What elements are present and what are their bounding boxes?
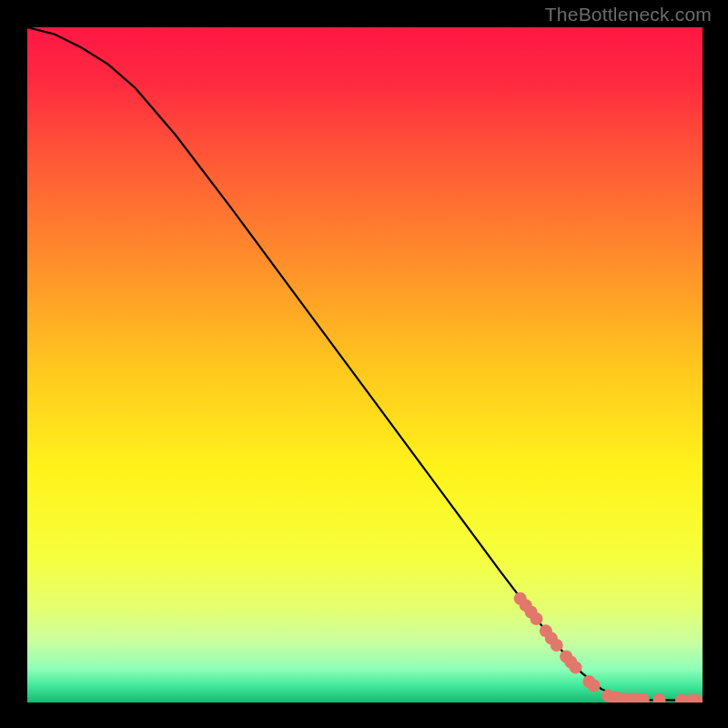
chart-marker [530, 612, 542, 625]
chart-marker [551, 639, 563, 652]
chart-plot-area [27, 27, 703, 703]
chart-marker [588, 679, 601, 692]
attribution-text: TheBottleneck.com [545, 4, 712, 25]
chart-background-gradient [27, 27, 703, 703]
chart-marker [570, 661, 582, 673]
chart-svg [27, 27, 703, 703]
